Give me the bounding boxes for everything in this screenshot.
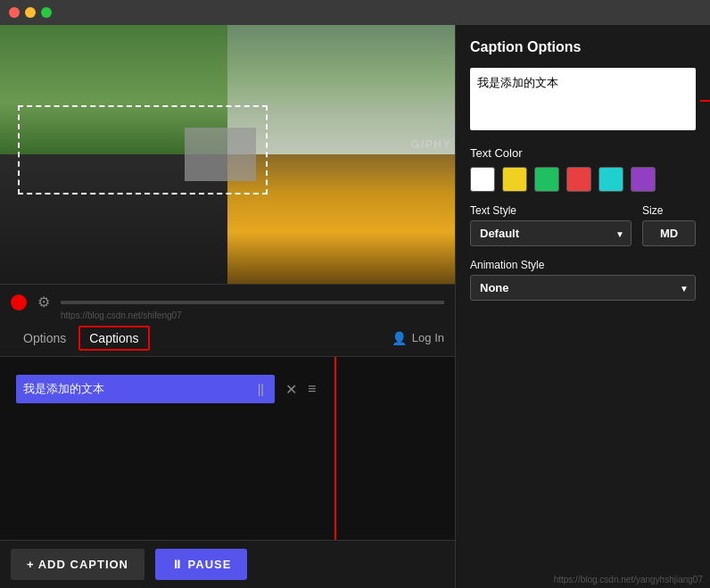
controls-bar: ⚙ https://blog.csdn.net/shifeng07 (0, 284, 455, 319)
selection-box (18, 105, 268, 195)
text-style-section: Text Style Default (470, 204, 632, 246)
caption-block-text: 我是添加的文本 (23, 381, 258, 397)
animation-style-section: Animation Style None (470, 259, 696, 301)
maximize-button[interactable] (41, 7, 52, 18)
caption-delete-button[interactable]: ✕ (285, 381, 297, 398)
panel-title: Caption Options (470, 39, 696, 55)
timeline-needle (334, 357, 336, 540)
color-swatch-green[interactable] (534, 167, 559, 192)
caption-text-input[interactable]: 我是添加的文本 (470, 68, 696, 130)
caption-block[interactable]: 我是添加的文本 || (16, 375, 275, 403)
tab-bar: Options Captions 👤 Log In (0, 319, 455, 357)
captions-area[interactable]: 我是添加的文本 || ✕ ≡ (0, 357, 455, 540)
text-color-label: Text Color (470, 146, 696, 160)
text-style-label: Text Style (470, 204, 632, 217)
titlebar (0, 0, 710, 25)
size-label: Size (642, 204, 696, 217)
tab-options[interactable]: Options (11, 322, 78, 354)
text-color-section: Text Color (470, 146, 696, 192)
size-value[interactable]: MD (642, 220, 696, 246)
style-size-row: Text Style Default Size MD (470, 204, 696, 246)
main-layout: GIPHY ⚙ https://blog.csdn.net/shifeng07 … (0, 25, 710, 588)
add-caption-button[interactable]: + ADD CAPTION (11, 549, 144, 580)
bottom-url: https://blog.csdn.net/yangyhshjiang07 (554, 575, 703, 584)
color-swatch-white[interactable] (470, 167, 495, 192)
video-area: GIPHY (0, 25, 455, 284)
login-area[interactable]: 👤 Log In (392, 331, 444, 345)
tab-captions[interactable]: Captions (78, 326, 149, 351)
text-style-dropdown-wrapper: Default (470, 220, 632, 246)
caption-handle[interactable]: || (258, 382, 264, 396)
animation-style-label: Animation Style (470, 259, 696, 271)
animation-style-dropdown[interactable]: None (470, 275, 696, 301)
arrow-pointing-left (700, 100, 710, 102)
color-swatch-yellow[interactable] (502, 167, 527, 192)
record-button[interactable] (11, 294, 27, 311)
minimize-button[interactable] (25, 7, 36, 18)
color-swatch-red[interactable] (566, 167, 591, 192)
color-swatch-cyan[interactable] (599, 167, 623, 192)
bottom-section: https://blog.csdn.net/yangyhshjiang07 (470, 313, 696, 574)
color-swatches (470, 167, 696, 192)
animation-style-dropdown-wrapper: None (470, 275, 696, 301)
caption-controls: ✕ ≡ (285, 381, 316, 398)
textarea-container: 我是添加的文本 (470, 68, 696, 134)
caption-track: 我是添加的文本 || ✕ ≡ (0, 373, 455, 405)
bottom-bar: + ADD CAPTION ⏸ PAUSE (0, 540, 455, 588)
caption-reorder-button[interactable]: ≡ (308, 381, 316, 397)
right-panel: Caption Options 我是添加的文本 Text Color Text … (455, 25, 710, 588)
progress-bar[interactable]: https://blog.csdn.net/shifeng07 (61, 301, 444, 304)
video-url: https://blog.csdn.net/shifeng07 (61, 311, 182, 320)
pause-button[interactable]: ⏸ PAUSE (155, 549, 247, 580)
color-swatch-purple[interactable] (631, 167, 656, 192)
close-button[interactable] (9, 7, 20, 18)
text-style-dropdown[interactable]: Default (470, 220, 632, 246)
user-icon: 👤 (392, 331, 407, 345)
size-section: Size MD (642, 204, 696, 246)
giphy-label: GIPHY (411, 137, 451, 151)
left-panel: GIPHY ⚙ https://blog.csdn.net/shifeng07 … (0, 25, 455, 588)
settings-icon[interactable]: ⚙ (37, 294, 50, 311)
